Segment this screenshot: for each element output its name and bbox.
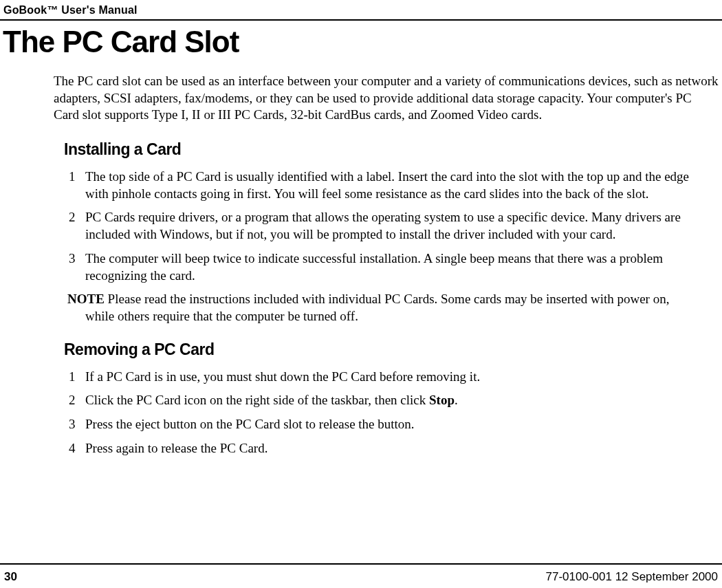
section-installing-title: Installing a Card — [0, 140, 722, 168]
list-item: 3 Press the eject button on the PC Card … — [69, 416, 715, 433]
list-item: 1 The top side of a PC Card is usually i… — [69, 168, 715, 202]
page-number: 30 — [4, 570, 17, 584]
list-text-part: . — [455, 393, 458, 407]
list-item: 3 The computer will beep twice to indica… — [69, 250, 715, 284]
document-page: GoBook™ User's Manual The PC Card Slot T… — [0, 0, 722, 457]
list-item: 1 If a PC Card is in use, you must shut … — [69, 369, 715, 386]
installing-list: 1 The top side of a PC Card is usually i… — [0, 168, 722, 284]
list-item: 2 Click the PC Card icon on the right si… — [69, 392, 715, 409]
list-text: The top side of a PC Card is usually ide… — [85, 168, 715, 202]
header-title: GoBook™ User's Manual — [3, 4, 719, 17]
removing-list: 1 If a PC Card is in use, you must shut … — [0, 369, 722, 457]
footer-bar: 30 77-0100-001 12 September 2000 — [0, 563, 722, 584]
main-title: The PC Card Slot — [0, 21, 722, 73]
note-text-line2: while others require that the computer b… — [67, 308, 715, 325]
intro-paragraph: The PC card slot can be used as an inter… — [0, 73, 722, 140]
list-text: The computer will beep twice to indicate… — [85, 250, 715, 284]
list-text: If a PC Card is in use, you must shut do… — [85, 369, 715, 386]
header-bar: GoBook™ User's Manual — [0, 4, 722, 21]
bold-word: Stop — [429, 393, 455, 407]
list-number: 2 — [69, 392, 85, 409]
list-number: 3 — [69, 250, 85, 284]
list-text: Press the eject button on the PC Card sl… — [85, 416, 715, 433]
list-number: 1 — [69, 369, 85, 386]
list-text: PC Cards require drivers, or a program t… — [85, 209, 715, 243]
list-item: 4 Press again to release the PC Card. — [69, 440, 715, 457]
list-number: 2 — [69, 209, 85, 243]
list-number: 3 — [69, 416, 85, 433]
list-text-part: Click the PC Card icon on the right side… — [85, 393, 429, 407]
note-block: NOTE Please read the instructions includ… — [0, 291, 722, 340]
list-number: 4 — [69, 440, 85, 457]
list-number: 1 — [69, 168, 85, 202]
doc-info: 77-0100-001 12 September 2000 — [546, 570, 718, 584]
note-label: NOTE — [67, 292, 105, 306]
list-text: Click the PC Card icon on the right side… — [85, 392, 715, 409]
note-text-line1: Please read the instructions included wi… — [105, 292, 670, 306]
list-item: 2 PC Cards require drivers, or a program… — [69, 209, 715, 243]
list-text: Press again to release the PC Card. — [85, 440, 715, 457]
section-removing-title: Removing a PC Card — [0, 340, 722, 369]
